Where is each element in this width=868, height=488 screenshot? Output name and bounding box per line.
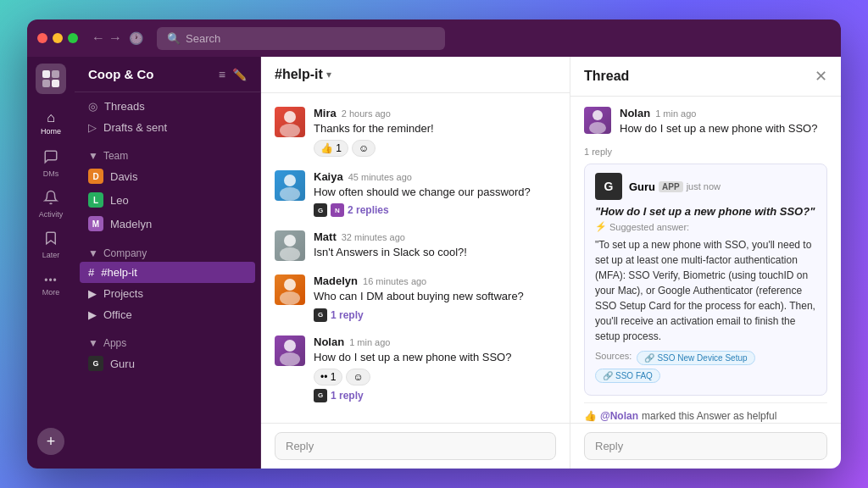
avatar-davis: D (88, 169, 103, 184)
avatar-matt (275, 230, 305, 261)
collapse-icon: ▼ (88, 150, 98, 162)
svg-point-11 (280, 291, 300, 305)
nav-back-button[interactable]: ← (92, 30, 105, 46)
nav-item-threads[interactable]: ◎ Threads (75, 96, 260, 117)
channel-header: #help-it ▾ (261, 57, 570, 93)
add-button[interactable]: + (37, 428, 64, 455)
msg-nolan-time: 1 min ago (349, 337, 390, 347)
channel-name: #help-it (275, 67, 323, 82)
nav-item-office[interactable]: ▶ Office (75, 304, 260, 325)
workspace-header: Coop & Co ≡ ✏️ (75, 57, 260, 92)
more-icon: ••• (44, 274, 58, 286)
svg-rect-2 (42, 80, 50, 87)
channel-reply-area: Reply (261, 423, 570, 469)
nolan-reply-avatar: G (314, 389, 327, 402)
minimize-button[interactable] (53, 33, 63, 43)
madelyn-reply-link[interactable]: G 1 reply (314, 308, 556, 322)
thread-original-content: Nolan 1 min ago How do I set up a new ph… (620, 107, 827, 136)
new-message-icon[interactable]: ✏️ (232, 68, 247, 81)
channel-hash-icon: # (88, 266, 94, 279)
clock-icon: 🕐 (129, 31, 143, 45)
guru-msg-header: G Guru APP just now (595, 173, 816, 200)
nav-arrows: ← → (92, 30, 122, 46)
reaction-eyes[interactable]: •• 1 (314, 369, 342, 385)
nav-company-section: ▼ Company # #help-it ▶ Projects ▶ Office (75, 239, 260, 329)
guru-name: Guru (629, 180, 655, 193)
message-mira: Mira 2 hours ago Thanks for the reminder… (275, 107, 556, 157)
message-mira-content: Mira 2 hours ago Thanks for the reminder… (314, 107, 556, 157)
thread-header: Thread ✕ (570, 57, 841, 97)
thread-messages: Nolan 1 min ago How do I set up a new ph… (570, 97, 841, 423)
msg-kaiya-username: Kaiya (314, 170, 343, 183)
search-input[interactable] (186, 32, 435, 45)
title-bar: ← → 🕐 🔍 (27, 19, 841, 57)
thread-original-message: Nolan 1 min ago How do I set up a new ph… (584, 107, 827, 136)
nav-item-help-it[interactable]: # #help-it (80, 262, 255, 283)
msg-kaiya-header: Kaiya 45 minutes ago (314, 170, 556, 183)
nav-item-leo[interactable]: L Leo (75, 188, 260, 212)
svg-point-15 (589, 122, 606, 134)
source-tag-1[interactable]: 🔗 SSO New Device Setup (637, 351, 754, 365)
msg-madelyn-time: 16 minutes ago (363, 276, 426, 286)
nav-item-drafts[interactable]: ▷ Drafts & sent (75, 117, 260, 138)
reaction-add[interactable]: ☺ (352, 140, 376, 157)
sidebar-item-dms[interactable]: DMs (32, 145, 70, 182)
helpful-text: marked this Answer as helpful (642, 410, 776, 422)
thread-title: Thread (584, 69, 629, 84)
nolan-reply-link[interactable]: G 1 reply (314, 389, 556, 402)
sidebar-item-activity[interactable]: Activity (32, 186, 70, 223)
channel-reply-input[interactable]: Reply (275, 432, 556, 460)
kaiya-reply-link[interactable]: G N 2 replies (314, 203, 556, 217)
thread-close-button[interactable]: ✕ (815, 67, 827, 86)
sidebar-item-later[interactable]: Later (32, 226, 70, 263)
company-section-header[interactable]: ▼ Company (75, 242, 260, 262)
msg-mira-text: Thanks for the reminder! (314, 121, 556, 136)
svg-rect-1 (52, 70, 59, 78)
msg-nolan-reactions: •• 1 ☺ (314, 369, 556, 385)
message-nolan-content: Nolan 1 min ago How do I set up a new ph… (314, 336, 556, 402)
nav-item-guru[interactable]: G Guru (75, 352, 260, 375)
source-tag-2[interactable]: 🔗 SSO FAQ (595, 369, 660, 383)
team-section-header[interactable]: ▼ Team (75, 145, 260, 164)
nav-item-madelyn[interactable]: M Madelyn (75, 212, 260, 236)
messages-list: Mira 2 hours ago Thanks for the reminder… (261, 93, 570, 423)
app-logo (36, 64, 66, 94)
message-kaiya-content: Kaiya 45 minutes ago How often should we… (314, 170, 556, 217)
svg-point-8 (284, 235, 296, 247)
guru-message: G Guru APP just now "How do I set up a n… (584, 164, 827, 396)
svg-point-5 (280, 124, 300, 137)
avatar-kaiya (275, 170, 305, 201)
nav-item-davis[interactable]: D Davis (75, 164, 260, 188)
icon-sidebar: ⌂ Home DMs Activity (27, 57, 75, 469)
message-madelyn-content: Madelyn 16 minutes ago Who can I DM abou… (314, 274, 556, 321)
guru-name-row: Guru APP just now (629, 180, 721, 193)
avatar-nolan-ch (275, 336, 305, 366)
thread-reply-input[interactable]: Reply (584, 432, 827, 460)
compose-icon[interactable]: ≡ (219, 68, 225, 81)
drafts-icon: ▷ (88, 121, 97, 134)
msg-mira-time: 2 hours ago (342, 108, 391, 119)
nav-forward-button[interactable]: → (108, 30, 122, 46)
maximize-button[interactable] (68, 33, 78, 43)
sources-label: Sources: (595, 351, 632, 365)
msg-madelyn-header: Madelyn 16 minutes ago (314, 274, 556, 287)
channel-dropdown-icon[interactable]: ▾ (326, 69, 331, 80)
svg-point-10 (284, 279, 296, 291)
nav-item-projects[interactable]: ▶ Projects (75, 283, 260, 304)
search-bar[interactable]: 🔍 (157, 27, 445, 50)
svg-rect-3 (52, 80, 59, 87)
reaction-smile[interactable]: ☺ (346, 369, 370, 385)
sidebar-item-home[interactable]: ⌂ Home (32, 104, 70, 141)
helpful-mention[interactable]: @Nolan (600, 410, 638, 422)
reaction-thumbs-up[interactable]: 👍 1 (314, 140, 348, 157)
madelyn-reply-avatar: G (314, 308, 327, 322)
msg-mira-reactions: 👍 1 ☺ (314, 140, 556, 157)
msg-kaiya-text: How often should we change our password? (314, 185, 556, 200)
msg-matt-header: Matt 32 minutes ago (314, 230, 556, 243)
source-icon-1: 🔗 (644, 353, 654, 363)
close-button[interactable] (37, 33, 47, 43)
thread-original-username: Nolan (620, 107, 650, 119)
workspace-name: Coop & Co (88, 67, 153, 81)
sidebar-item-more[interactable]: ••• More (32, 267, 70, 304)
apps-section-header[interactable]: ▼ Apps (75, 332, 260, 352)
